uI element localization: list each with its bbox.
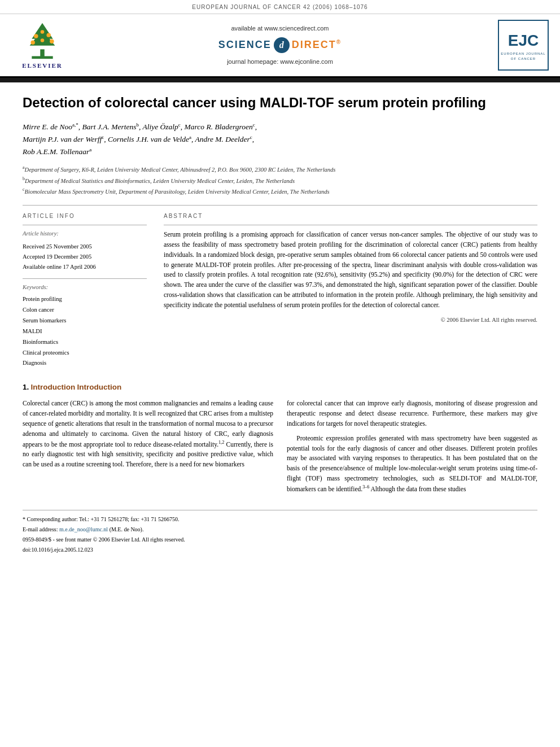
svg-rect-0 <box>40 49 44 57</box>
body-para-right-2: Proteomic expression profiles generated … <box>287 434 537 495</box>
keyword-4: MALDI <box>23 326 147 337</box>
keywords-list: Protein profiling Colon cancer Serum bio… <box>23 294 147 369</box>
body-left-col: Colorectal cancer (CRC) is among the mos… <box>23 399 273 499</box>
dark-divider-bar <box>0 78 560 82</box>
svg-point-9 <box>41 38 45 42</box>
affil-b: bDepartment of Medical Statistics and Bi… <box>23 176 537 185</box>
ejc-logo: EJC EUROPEAN JOURNAL OF CANCER <box>487 20 549 71</box>
footnotes: * Corresponding author: Tel.: +31 71 526… <box>23 510 537 554</box>
accepted-date: Accepted 19 December 2005 <box>23 252 147 262</box>
elsevier-logo: ELSEVIER <box>11 20 73 70</box>
article-dates: Received 25 November 2005 Accepted 19 De… <box>23 242 147 272</box>
abstract-heading: ABSTRACT <box>164 212 537 220</box>
article-info-abstract: ARTICLE INFO Article history: Received 2… <box>23 212 537 369</box>
article-info-heading: ARTICLE INFO <box>23 212 147 220</box>
keywords-label: Keywords: <box>23 283 147 292</box>
keyword-3: Serum biomarkers <box>23 316 147 326</box>
elsevier-tree-icon <box>20 20 65 60</box>
ejc-badge: EJC EUROPEAN JOURNAL OF CANCER <box>498 20 549 71</box>
section-introduction: 1. Introduction Introduction Colorectal … <box>23 382 537 499</box>
abstract-divider <box>164 225 537 225</box>
authors-line: Mirre E. de Nooa,*, Bart J.A. Mertensb, … <box>23 120 537 158</box>
article-title: Detection of colorectal cancer using MAL… <box>23 94 537 111</box>
keyword-7: Diagnosis <box>23 358 147 369</box>
sciencedirect-banner: available at www.sciencedirect.com SCIEN… <box>73 24 487 67</box>
affiliations: aDepartment of Surgery, K6-R, Leiden Uni… <box>23 164 537 196</box>
keyword-6: Clinical proteomics <box>23 348 147 359</box>
direct-circle-icon: d <box>274 37 290 53</box>
info-divider-mid <box>23 278 147 279</box>
svg-point-7 <box>30 40 34 44</box>
available-text: available at www.sciencedirect.com <box>231 24 329 33</box>
article-info-col: ARTICLE INFO Article history: Received 2… <box>23 212 147 369</box>
svg-point-6 <box>41 30 45 34</box>
history-label: Article history: <box>23 230 147 238</box>
received-date: Received 25 November 2005 <box>23 242 147 252</box>
affil-c: cBiomolecular Mass Spectrometry Unit, De… <box>23 186 537 196</box>
svg-point-8 <box>50 39 54 43</box>
body-para-left: Colorectal cancer (CRC) is among the mos… <box>23 399 273 470</box>
journal-title-line: EUROPEAN JOURNAL OF CANCER 42 (2006) 106… <box>192 4 368 10</box>
abstract-text: Serum protein profiling is a promising a… <box>164 230 537 311</box>
article-body: Detection of colorectal cancer using MAL… <box>0 82 560 567</box>
body-para-right-1: for colorectal cancer that can improve e… <box>287 399 537 429</box>
keywords-section: Keywords: Protein profiling Colon cancer… <box>23 283 147 369</box>
copyright-line: © 2006 Elsevier Ltd. All rights reserved… <box>164 316 537 325</box>
direct-text: DIRECT® <box>292 38 342 52</box>
email-line: E-mail address: m.e.de_noo@lumc.nl (M.E.… <box>23 525 537 534</box>
elsevier-wordmark: ELSEVIER <box>22 62 63 70</box>
sciencedirect-logo: SCIENCE d DIRECT® <box>218 37 342 53</box>
science-text: SCIENCE <box>218 38 272 52</box>
svg-rect-1 <box>32 56 53 59</box>
keyword-1: Protein profiling <box>23 294 147 305</box>
available-online: Available online 17 April 2006 <box>23 262 147 272</box>
abstract-col: ABSTRACT Serum protein profiling is a pr… <box>164 212 537 369</box>
section-title-line: 1. Introduction Introduction <box>23 382 537 393</box>
journal-header-bar: EUROPEAN JOURNAL OF CANCER 42 (2006) 106… <box>0 0 560 14</box>
keyword-5: Bioinformatics <box>23 337 147 348</box>
doi-line: doi:10.1016/j.ejca.2005.12.023 <box>23 545 537 554</box>
email-address: m.e.de_noo@lumc.nl <box>59 526 108 532</box>
section-body-columns: Colorectal cancer (CRC) is among the mos… <box>23 399 537 499</box>
ejc-letters: EJC <box>501 29 545 51</box>
affil-a: aDepartment of Surgery, K6-R, Leiden Uni… <box>23 164 537 174</box>
keyword-2: Colon cancer <box>23 305 147 316</box>
section-divider <box>23 205 537 206</box>
issn-line: 0959-8049/$ - see front matter © 2006 El… <box>23 535 537 544</box>
svg-point-4 <box>34 34 38 38</box>
body-right-col: for colorectal cancer that can improve e… <box>287 399 537 499</box>
info-divider-top <box>23 225 147 225</box>
journal-header: ELSEVIER available at www.sciencedirect.… <box>0 14 560 78</box>
homepage-text: journal homepage: www.ejconline.com <box>227 58 333 66</box>
corresponding-author: * Corresponding author: Tel.: +31 71 526… <box>23 515 537 523</box>
svg-point-5 <box>46 33 50 37</box>
